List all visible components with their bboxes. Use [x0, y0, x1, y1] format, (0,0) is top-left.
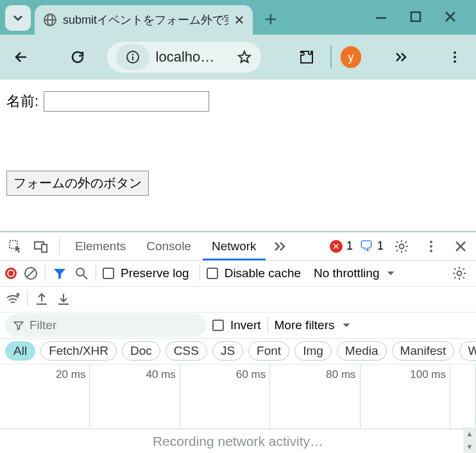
record-button[interactable] [5, 268, 17, 279]
type-chip-ws[interactable]: WS [459, 341, 476, 361]
tab-network[interactable]: Network [203, 232, 266, 261]
filter-toggle[interactable] [52, 266, 67, 281]
info-icon [125, 49, 140, 65]
external-submit-button[interactable]: フォームの外のボタン [6, 171, 149, 196]
more-tabs-button[interactable] [268, 235, 291, 258]
profile-badge[interactable]: y [341, 46, 362, 68]
devtools-menu[interactable] [420, 235, 443, 258]
scroll-up-icon[interactable]: ▲ [463, 427, 476, 440]
devtools-close[interactable] [449, 235, 472, 258]
filter-input[interactable] [5, 314, 206, 337]
download-har-icon[interactable] [56, 291, 71, 307]
svg-line-19 [27, 269, 35, 277]
more-filters-dropdown[interactable]: More filters [275, 318, 335, 332]
separator [45, 265, 46, 282]
back-button[interactable] [6, 42, 36, 73]
preserve-log-label: Preserve log [121, 266, 189, 280]
separator [200, 265, 200, 282]
timeline-column: 20 ms [0, 364, 90, 429]
svg-point-14 [400, 244, 404, 248]
device-toggle-button[interactable] [30, 235, 53, 258]
tab-title: submitイベントをフォーム外で実 [63, 12, 228, 28]
type-chip-font[interactable]: Font [248, 341, 289, 361]
type-chip-media[interactable]: Media [337, 341, 387, 361]
timeline-label: 100 ms [410, 368, 446, 381]
svg-rect-4 [411, 12, 420, 21]
upload-har-icon[interactable] [34, 291, 49, 307]
reload-icon [70, 49, 85, 65]
site-info-button[interactable] [116, 44, 149, 70]
type-chip-img[interactable]: Img [294, 341, 332, 361]
error-indicator[interactable]: ✕1 [330, 239, 353, 253]
network-conditions-icon[interactable] [5, 291, 21, 307]
close-window-icon[interactable] [443, 9, 458, 24]
maximize-icon[interactable] [408, 9, 423, 24]
overflow-chevrons[interactable] [386, 42, 415, 73]
message-indicator[interactable]: 🗨1 [359, 238, 384, 255]
type-chip-css[interactable]: CSS [166, 341, 207, 361]
timeline-column: 40 ms [90, 364, 180, 429]
window-controls [373, 9, 476, 35]
svg-point-8 [454, 51, 456, 54]
tab-search-dropdown[interactable] [5, 5, 31, 31]
clear-button[interactable] [23, 266, 38, 281]
extensions-button[interactable] [292, 42, 321, 73]
browser-toolbar: localho… y [0, 35, 476, 80]
scrollbar-buttons[interactable]: ▲▼ [463, 427, 476, 453]
tab-console[interactable]: Console [137, 232, 200, 261]
message-icon: 🗨 [359, 238, 373, 255]
separator [268, 317, 268, 334]
svg-point-15 [430, 241, 432, 243]
kebab-icon [447, 49, 463, 65]
svg-point-10 [454, 60, 456, 63]
type-chip-fetchxhr[interactable]: Fetch/XHR [40, 341, 117, 361]
tab-elements[interactable]: Elements [66, 232, 135, 261]
devices-icon [33, 239, 49, 254]
minimize-icon[interactable] [373, 9, 389, 24]
address-bar[interactable]: localho… [107, 42, 261, 73]
inspect-element-button[interactable] [4, 235, 27, 258]
name-input[interactable] [44, 91, 209, 112]
devtools-tabbar: Elements Console Network ✕1 🗨1 [0, 232, 476, 261]
network-controls-row: Preserve log Disable cache No throttling [0, 261, 476, 287]
browser-menu[interactable] [440, 42, 470, 73]
svg-point-17 [430, 250, 432, 252]
type-chip-manifest[interactable]: Manifest [392, 341, 455, 361]
globe-icon [42, 12, 58, 28]
name-label: 名前: [6, 92, 38, 111]
puzzle-icon [299, 49, 314, 65]
chevron-down-icon [341, 320, 352, 330]
svg-rect-13 [42, 244, 47, 252]
devtools-settings[interactable] [390, 235, 413, 258]
timeline-label: 60 ms [236, 368, 266, 381]
type-chip-js[interactable]: JS [212, 341, 243, 361]
chevron-down-icon [386, 268, 396, 278]
throttling-select[interactable]: No throttling [314, 266, 379, 280]
timeline-column: 80 ms [270, 364, 360, 429]
timeline-label: 40 ms [146, 368, 176, 381]
svg-point-20 [76, 268, 84, 276]
network-settings[interactable] [448, 262, 471, 285]
active-tab[interactable]: submitイベントをフォーム外で実 [35, 5, 253, 35]
invert-checkbox[interactable] [212, 320, 224, 331]
request-type-chips: AllFetch/XHRDocCSSJSFontImgMediaManifest… [0, 339, 476, 365]
disable-cache-checkbox[interactable] [207, 268, 218, 279]
scroll-down-icon[interactable]: ▼ [463, 440, 476, 453]
type-chip-all[interactable]: All [5, 341, 35, 361]
double-chevron-right-icon [272, 239, 287, 254]
star-icon[interactable] [237, 49, 252, 65]
timeline-label: 80 ms [326, 368, 355, 381]
new-tab-button[interactable] [258, 6, 284, 32]
timeline[interactable]: 20 ms40 ms60 ms80 ms100 ms [0, 364, 476, 429]
separator [330, 46, 332, 69]
preserve-log-checkbox[interactable] [103, 268, 114, 279]
disable-cache-label: Disable cache [225, 266, 301, 280]
close-tab-icon[interactable] [234, 14, 245, 26]
devtools-panel: Elements Console Network ✕1 🗨1 Preserve … [0, 231, 476, 453]
timeline-column: 100 ms [361, 364, 450, 429]
recording-status: Recording network activity… [0, 429, 476, 453]
type-chip-doc[interactable]: Doc [122, 341, 160, 361]
search-button[interactable] [74, 266, 89, 281]
reload-button[interactable] [63, 42, 92, 73]
funnel-icon [13, 320, 24, 331]
